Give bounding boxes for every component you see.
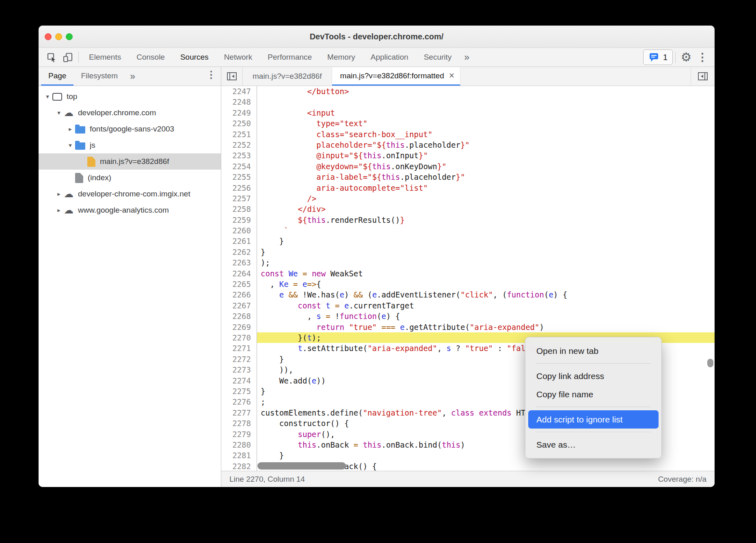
chevron-down-icon[interactable]: ▾ (43, 93, 52, 100)
line-number[interactable]: 2280 (221, 440, 257, 450)
code-line-2263[interactable]: 2263); (221, 257, 715, 268)
tree-item-fonts-google-sans-v2003[interactable]: ▸fonts/google-sans-v2003 (39, 121, 221, 137)
code-line-2254[interactable]: 2254 @keydown="${this.onKeyDown}" (221, 161, 715, 172)
menu-item-add-script-to-ignore-list[interactable]: Add script to ignore list (528, 410, 659, 429)
menu-item-open-in-new-tab[interactable]: Open in new tab (525, 342, 661, 360)
line-number[interactable]: 2273 (221, 364, 257, 375)
code-line-2249[interactable]: 2249 <input (221, 108, 715, 118)
line-number[interactable]: 2277 (221, 407, 257, 418)
menu-item-copy-file-name[interactable]: Copy file name (525, 385, 661, 403)
device-toolbar-button[interactable] (60, 50, 76, 65)
line-number[interactable]: 2267 (221, 300, 257, 311)
code-line-2260[interactable]: 2260 ` (221, 225, 715, 236)
code-line-2265[interactable]: 2265 , Ke = e=>{ (221, 279, 715, 289)
line-number[interactable]: 2253 (221, 150, 257, 161)
close-window-button[interactable] (45, 33, 52, 40)
code-line-2268[interactable]: 2268 , s = !function(e) { (221, 311, 715, 321)
tree-item--index-[interactable]: (index) (39, 170, 221, 186)
line-number[interactable]: 2261 (221, 236, 257, 246)
chevron-right-icon[interactable]: ▸ (54, 207, 64, 214)
zoom-window-button[interactable] (66, 33, 73, 40)
chevron-right-icon[interactable]: ▸ (54, 190, 64, 198)
code-line-2266[interactable]: 2266 e && !We.has(e) && (e.addEventListe… (221, 289, 715, 300)
code-line-2259[interactable]: 2259 ${this.renderResults()} (221, 215, 715, 225)
line-number[interactable]: 2274 (221, 375, 257, 386)
close-tab-icon[interactable]: × (449, 71, 454, 80)
code-line-2252[interactable]: 2252 placeholder="${this.placeholder}" (221, 140, 715, 150)
line-number[interactable]: 2259 (221, 215, 257, 225)
navigator-menu-kebab-button[interactable]: ⋮ (205, 67, 218, 82)
line-number[interactable]: 2249 (221, 108, 257, 118)
main-menu-kebab-button[interactable]: ⋮ (694, 50, 711, 65)
tab-performance[interactable]: Performance (260, 48, 320, 67)
code-line-2255[interactable]: 2255 aria-label="${this.placeholder}" (221, 172, 715, 182)
tab-sources[interactable]: Sources (173, 48, 216, 67)
line-number[interactable]: 2247 (221, 86, 257, 97)
tree-item-www-google-analytics-com[interactable]: ▸☁www.google-analytics.com (39, 202, 221, 218)
tab-page[interactable]: Page (41, 67, 73, 86)
line-number[interactable]: 2276 (221, 396, 257, 407)
tab-filesystem[interactable]: Filesystem (73, 67, 125, 86)
line-number[interactable]: 2272 (221, 354, 257, 364)
tab-elements[interactable]: Elements (81, 48, 129, 67)
line-number[interactable]: 2260 (221, 225, 257, 236)
horizontal-scrollbar-thumb[interactable] (257, 462, 346, 470)
tab-network[interactable]: Network (216, 48, 260, 67)
line-number[interactable]: 2251 (221, 129, 257, 140)
line-number[interactable]: 2252 (221, 140, 257, 150)
line-number[interactable]: 2281 (221, 450, 257, 461)
line-number[interactable]: 2262 (221, 247, 257, 257)
chevron-right-icon[interactable]: ▸ (65, 125, 75, 133)
line-number[interactable]: 2268 (221, 311, 257, 321)
settings-gear-button[interactable]: ⚙ (678, 50, 694, 65)
code-line-2264[interactable]: 2264const We = new WeakSet (221, 268, 715, 279)
line-number[interactable]: 2271 (221, 343, 257, 353)
line-number[interactable]: 2248 (221, 97, 257, 107)
tab-application[interactable]: Application (363, 48, 416, 67)
line-number[interactable]: 2269 (221, 322, 257, 332)
chevron-down-icon[interactable]: ▾ (65, 142, 75, 149)
line-number[interactable]: 2254 (221, 161, 257, 172)
code-line-2267[interactable]: 2267 const t = e.currentTarget (221, 300, 715, 311)
editor-tab-mainjs-formatted[interactable]: main.js?v=e382d86f:formatted × (332, 67, 461, 86)
line-number[interactable]: 2256 (221, 183, 257, 193)
issues-button[interactable]: 1 (643, 50, 673, 65)
minimize-window-button[interactable] (55, 33, 62, 40)
line-number[interactable]: 2282 (221, 461, 257, 471)
line-number[interactable]: 2250 (221, 118, 257, 129)
line-number[interactable]: 2275 (221, 386, 257, 396)
line-number[interactable]: 2278 (221, 418, 257, 429)
tree-item-main-js-v-e382d86f[interactable]: main.js?v=e382d86f (39, 153, 221, 170)
tab-console[interactable]: Console (129, 48, 173, 67)
tree-item-developer-chrome-com-imgix-net[interactable]: ▸☁developer-chrome-com.imgix.net (39, 186, 221, 202)
code-line-2257[interactable]: 2257 /> (221, 193, 715, 204)
line-number[interactable]: 2258 (221, 204, 257, 214)
menu-item-copy-link-address[interactable]: Copy link address (525, 367, 661, 385)
more-panels-chevron[interactable]: » (459, 52, 474, 63)
code-line-2253[interactable]: 2253 @input="${this.onInput}" (221, 150, 715, 161)
tab-security[interactable]: Security (416, 48, 460, 67)
code-line-2250[interactable]: 2250 type="text" (221, 118, 715, 129)
menu-item-save-as[interactable]: Save as… (525, 435, 661, 454)
inspect-element-button[interactable] (43, 50, 60, 65)
tab-memory[interactable]: Memory (320, 48, 363, 67)
hide-navigator-button[interactable] (221, 67, 243, 86)
code-line-2261[interactable]: 2261 } (221, 236, 715, 246)
code-line-2256[interactable]: 2256 aria-autocomplete="list" (221, 183, 715, 193)
editor-tab-mainjs[interactable]: main.js?v=e382d86f (243, 67, 332, 86)
line-number[interactable]: 2263 (221, 257, 257, 268)
chevron-down-icon[interactable]: ▾ (54, 109, 64, 116)
tree-item-developer-chrome-com[interactable]: ▾☁developer.chrome.com (39, 105, 221, 121)
line-number[interactable]: 2264 (221, 268, 257, 279)
tree-item-top[interactable]: ▾top (39, 88, 221, 105)
line-number[interactable]: 2255 (221, 172, 257, 182)
more-navigator-tabs-chevron[interactable]: » (125, 71, 140, 82)
code-line-2248[interactable]: 2248 (221, 97, 715, 107)
line-number[interactable]: 2270 (221, 332, 257, 343)
tree-item-js[interactable]: ▾js (39, 137, 221, 153)
line-number[interactable]: 2266 (221, 289, 257, 300)
line-number[interactable]: 2265 (221, 279, 257, 289)
vertical-scrollbar-thumb[interactable] (707, 359, 713, 367)
code-line-2251[interactable]: 2251 class="search-box__input" (221, 129, 715, 140)
code-line-2269[interactable]: 2269 return "true" === e.getAttribute("a… (221, 322, 715, 332)
